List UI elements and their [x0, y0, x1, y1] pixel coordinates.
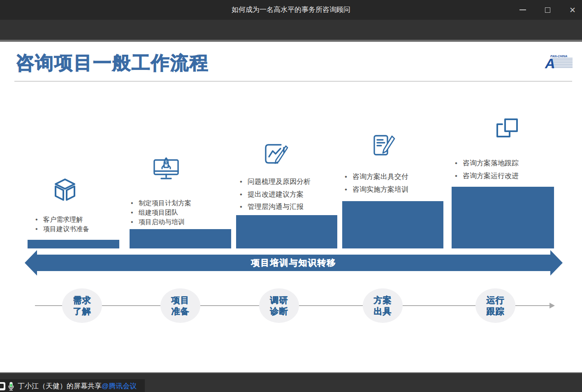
maximize-icon: [545, 7, 550, 13]
chart-pencil-icon: [262, 141, 290, 166]
timeline-node-demand: 需求 了解: [62, 288, 102, 323]
slide-canvas: 咨询项目一般工作流程 PAN-CHINA A: [0, 42, 582, 372]
bullet-item: 咨询方案运行改进: [455, 170, 519, 183]
stage-1-bar: [28, 240, 119, 248]
bullet-item: 制定项目计划方案: [131, 198, 191, 208]
bullet-item: 项目启动与培训: [131, 217, 191, 227]
document-pencil-icon: [371, 135, 396, 156]
window-toolbar-strip: [0, 20, 582, 41]
node-label-line: 需求: [73, 295, 91, 306]
stage-3-bar: [236, 215, 337, 248]
knowledge-transfer-banner: 项目培训与知识转移: [25, 250, 563, 276]
minimize-button[interactable]: [515, 0, 531, 20]
cube-icon: [52, 177, 78, 204]
stage-4-bar: [342, 201, 443, 248]
node-label-line: 诊断: [270, 306, 288, 317]
timeline-node-preparation: 项目 准备: [160, 288, 200, 323]
bullet-item: 咨询方案落地跟踪: [455, 157, 519, 170]
screen-share-toast: 丁小江（天健）的屏幕共享 @腾讯会议: [0, 379, 145, 392]
stage-5-bullets: 咨询方案落地跟踪 咨询方案运行改进: [455, 157, 519, 182]
bullet-item: 客户需求理解: [35, 215, 89, 224]
window-title: 如何成为一名高水平的事务所咨询顾问: [0, 0, 582, 20]
bullet-item: 提出改进建议方案: [240, 188, 311, 201]
monitor-rocket-icon: [153, 157, 180, 181]
stage-5-bar: [452, 187, 554, 248]
node-label-line: 项目: [172, 295, 190, 306]
bullet-item: 咨询实施方案培训: [345, 183, 408, 196]
meeting-app-link[interactable]: @腾讯会议: [102, 381, 137, 391]
screen-share-icon: [0, 382, 5, 390]
bullet-item: 组建项目团队: [131, 208, 191, 217]
bullet-item: 管理层沟通与汇报: [240, 201, 311, 213]
overlapping-squares-icon: [494, 118, 521, 141]
stage-4-bullets: 咨询方案出具交付 咨询实施方案培训: [345, 171, 408, 196]
node-label-line: 出具: [374, 306, 392, 317]
microphone-icon: [8, 382, 14, 391]
stage-2-bullets: 制定项目计划方案 组建项目团队 项目启动与培训: [131, 198, 191, 227]
node-label-line: 了解: [73, 306, 91, 317]
timeline-node-diagnosis: 调研 诊断: [259, 288, 299, 323]
node-label-line: 准备: [172, 306, 190, 317]
node-label-line: 方案: [374, 295, 392, 306]
pan-china-logo: PAN-CHINA A: [545, 54, 573, 70]
share-speaker-label: 丁小江（天健）的屏幕共享: [18, 381, 102, 391]
share-status-bar: 丁小江（天健）的屏幕共享 @腾讯会议: [0, 372, 582, 392]
slide-title: 咨询项目一般工作流程: [16, 51, 209, 75]
bullet-item: 咨询方案出具交付: [345, 171, 408, 183]
stage-3-bullets: 问题梳理及原因分析 提出改进建议方案 管理层沟通与汇报: [240, 176, 311, 213]
node-label-line: 运行: [487, 295, 505, 306]
logo-letter: A: [545, 56, 555, 70]
stage-2-bar: [130, 229, 231, 248]
title-divider: [14, 81, 572, 81]
timeline-node-solution: 方案 出具: [363, 288, 403, 323]
bullet-item: 问题梳理及原因分析: [240, 176, 311, 188]
banner-label: 项目培训与知识转移: [251, 257, 336, 269]
node-label-line: 跟踪: [487, 306, 505, 317]
maximize-button[interactable]: [539, 0, 556, 20]
stage-1-bullets: 客户需求理解 项目建议书准备: [35, 215, 89, 234]
window-titlebar: 如何成为一名高水平的事务所咨询顾问 ✕: [0, 0, 582, 20]
timeline-node-tracking: 运行 跟踪: [475, 288, 515, 323]
bullet-item: 项目建议书准备: [35, 224, 89, 234]
timeline-arrowhead-icon: [550, 303, 555, 308]
node-label-line: 调研: [270, 295, 288, 306]
minimize-icon: [519, 9, 526, 10]
close-button[interactable]: ✕: [564, 0, 581, 20]
